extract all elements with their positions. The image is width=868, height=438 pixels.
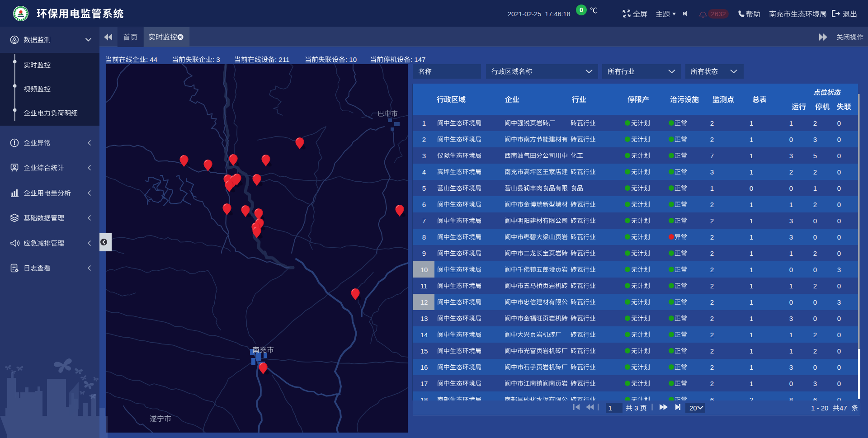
svg-text:2: 2 — [710, 250, 714, 257]
svg-text:3: 3 — [813, 136, 817, 143]
svg-text:1: 1 — [750, 168, 753, 176]
svg-text::: : — [275, 56, 277, 63]
svg-text:1: 1 — [789, 347, 793, 355]
svg-text:1: 1 — [789, 331, 793, 339]
svg-text:1: 1 — [813, 184, 817, 192]
svg-text:2: 2 — [813, 331, 817, 339]
svg-text:1: 1 — [750, 119, 753, 127]
svg-text:3: 3 — [422, 152, 426, 160]
svg-text::: : — [212, 56, 214, 63]
svg-text:2: 2 — [710, 266, 714, 273]
svg-text:2: 2 — [813, 250, 817, 257]
svg-text:1: 1 — [750, 282, 753, 290]
svg-text:0: 0 — [789, 380, 793, 387]
svg-text:1: 1 — [789, 250, 793, 257]
svg-text:2: 2 — [422, 136, 426, 143]
svg-text:0: 0 — [837, 363, 841, 371]
svg-text::: : — [345, 56, 347, 63]
svg-text:1: 1 — [750, 266, 753, 273]
svg-text:44: 44 — [150, 56, 157, 63]
svg-text:2: 2 — [710, 380, 714, 387]
svg-text:10: 10 — [420, 266, 428, 273]
svg-text:2: 2 — [813, 168, 817, 176]
svg-text:2: 2 — [710, 363, 714, 371]
svg-text:7: 7 — [710, 152, 714, 160]
svg-text:47: 47 — [840, 404, 847, 412]
svg-text:1: 1 — [750, 217, 753, 225]
svg-text:3: 3 — [789, 363, 793, 371]
svg-text:13: 13 — [420, 315, 428, 322]
svg-text:6: 6 — [422, 201, 426, 208]
svg-text:0: 0 — [837, 152, 841, 160]
svg-text:0: 0 — [837, 201, 841, 208]
svg-text:1: 1 — [750, 201, 753, 208]
svg-text:2: 2 — [710, 201, 714, 208]
svg-text:2632: 2632 — [711, 10, 726, 18]
svg-text:0: 0 — [813, 217, 817, 225]
svg-text:20: 20 — [821, 404, 829, 412]
svg-text:0: 0 — [837, 331, 841, 339]
svg-text:1: 1 — [750, 233, 753, 241]
svg-text:2: 2 — [813, 347, 817, 355]
svg-text:17: 17 — [420, 380, 428, 387]
svg-text:0: 0 — [789, 184, 793, 192]
svg-text:1: 1 — [789, 282, 793, 290]
svg-text:1: 1 — [750, 136, 753, 143]
svg-text:2: 2 — [813, 201, 817, 208]
svg-text:15: 15 — [420, 347, 428, 355]
svg-text:4: 4 — [422, 168, 426, 176]
svg-text:1: 1 — [750, 250, 753, 257]
svg-text:1: 1 — [750, 363, 753, 371]
svg-text:3: 3 — [789, 217, 793, 225]
svg-text:1: 1 — [422, 119, 426, 127]
svg-text:3: 3 — [789, 152, 793, 160]
svg-text:20: 20 — [689, 404, 697, 412]
svg-text:0: 0 — [837, 119, 841, 127]
svg-text:0: 0 — [837, 315, 841, 322]
svg-text:0: 0 — [789, 136, 793, 143]
svg-text:0: 0 — [837, 168, 841, 176]
svg-text:2: 2 — [710, 282, 714, 290]
svg-text:3: 3 — [789, 315, 793, 322]
svg-text:1: 1 — [750, 331, 753, 339]
svg-text:0: 0 — [837, 217, 841, 225]
svg-text:0: 0 — [813, 266, 817, 273]
svg-text:0: 0 — [813, 298, 817, 306]
svg-text:5: 5 — [422, 184, 426, 192]
svg-text:0: 0 — [580, 6, 583, 14]
svg-text:3: 3 — [634, 404, 638, 412]
svg-text:3: 3 — [216, 56, 220, 63]
svg-text:1: 1 — [811, 404, 815, 412]
svg-text:10: 10 — [349, 56, 357, 63]
svg-text:2: 2 — [813, 119, 817, 127]
svg-text:1: 1 — [789, 119, 793, 127]
svg-text:0: 0 — [837, 136, 841, 143]
svg-text:0: 0 — [837, 282, 841, 290]
svg-text:1: 1 — [750, 152, 753, 160]
svg-text:2021-02-25: 2021-02-25 — [508, 10, 541, 18]
svg-text:2: 2 — [710, 347, 714, 355]
svg-text:147: 147 — [414, 56, 425, 63]
svg-text:0: 0 — [837, 184, 841, 192]
svg-text::: : — [146, 56, 148, 63]
svg-text:2: 2 — [710, 298, 714, 306]
svg-text:0: 0 — [813, 363, 817, 371]
svg-text:9: 9 — [422, 250, 426, 257]
svg-text:0: 0 — [837, 380, 841, 387]
svg-text:3: 3 — [710, 168, 714, 176]
svg-text:0: 0 — [837, 250, 841, 257]
svg-text:17:46:18: 17:46:18 — [545, 10, 570, 18]
svg-text:3: 3 — [813, 380, 817, 387]
svg-text:1: 1 — [789, 201, 793, 208]
svg-text:1: 1 — [609, 404, 612, 412]
svg-text:1: 1 — [750, 380, 753, 387]
svg-text:3: 3 — [837, 266, 841, 273]
svg-text::: : — [410, 56, 412, 63]
svg-text:0: 0 — [837, 347, 841, 355]
svg-text:0: 0 — [789, 298, 793, 306]
svg-text:14: 14 — [420, 331, 428, 339]
svg-text:1: 1 — [750, 298, 753, 306]
svg-text:2: 2 — [710, 119, 714, 127]
svg-text:5: 5 — [813, 152, 817, 160]
svg-text:7: 7 — [422, 217, 426, 225]
